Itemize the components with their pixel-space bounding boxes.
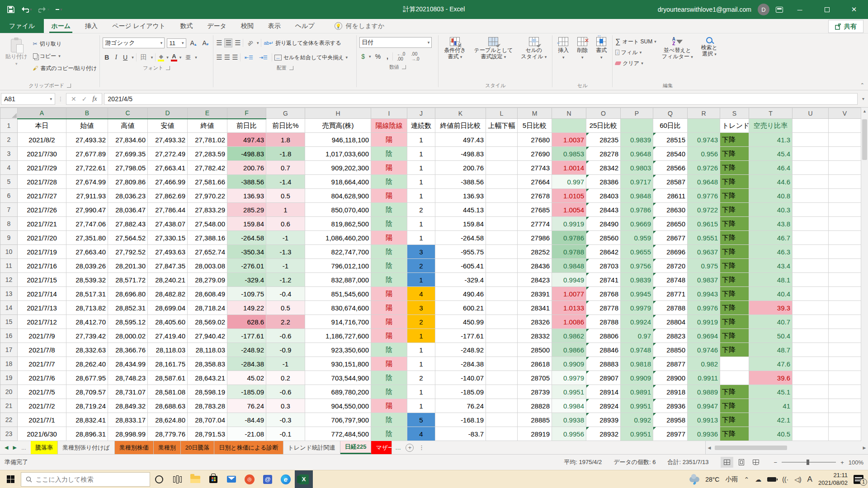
cell[interactable] [793,259,829,273]
cell[interactable]: -498.83 [227,147,266,161]
cell[interactable]: 27,272.49 [148,147,188,161]
cell[interactable]: 0.9637 [688,245,720,259]
row-header-23[interactable]: 23 [0,427,18,441]
cell[interactable]: 40.7 [749,315,793,329]
cell[interactable]: 安値 [148,119,188,133]
cell[interactable]: 28914 [586,385,621,399]
cell[interactable]: 27,493.32 [66,133,108,147]
row-header-3[interactable]: 3 [0,147,18,161]
cell[interactable]: 0.9669 [621,217,653,231]
cell[interactable] [486,217,518,231]
row-header-9[interactable]: 9 [0,231,18,245]
cell[interactable]: 200.76 [227,161,266,175]
cell[interactable]: 76.24 [435,399,486,413]
cell[interactable]: 終値前日比較 [435,119,486,133]
dialog-launcher-icon[interactable] [166,66,170,70]
cell[interactable]: 27,283.59 [188,147,227,161]
grow-font-icon[interactable]: A▴ [189,39,198,47]
decrease-decimal-icon[interactable]: .00→.0 [409,51,421,62]
cell[interactable]: 陰 [371,245,407,259]
cell[interactable]: 27,782.42 [188,161,227,175]
cell[interactable]: 0.956 [688,147,720,161]
cell[interactable]: 44.6 [749,175,793,189]
cell[interactable]: 28778 [586,301,621,315]
cut-button[interactable]: ✂切り取り [33,38,97,50]
cell[interactable]: 下降 [720,399,749,413]
orange-app-icon[interactable]: ◎ [241,470,259,488]
cell[interactable]: 下降 [720,385,749,399]
cell[interactable] [829,133,861,147]
cell[interactable]: 819,862,500 [305,217,371,231]
column-header-P[interactable]: P [621,108,653,119]
column-header-S[interactable]: S [720,108,749,119]
cell[interactable]: 28,713.82 [66,301,108,315]
cell[interactable]: 陽 [371,315,407,329]
cell[interactable]: 下降 [720,273,749,287]
cell[interactable]: 28,643.21 [188,371,227,385]
cell[interactable] [486,245,518,259]
cell[interactable]: 27,990.47 [66,203,108,217]
merge-center-button[interactable]: ↔セルを結合して中央揃え▾ [274,52,348,63]
sheet-tab-6[interactable]: トレンド統計関連 [283,441,340,454]
cell[interactable]: 下降 [720,343,749,357]
cell[interactable]: 0.5 [266,301,305,315]
cell[interactable]: -84.49 [227,413,266,427]
cell[interactable]: 2021/7/27 [18,189,66,203]
cell[interactable]: 27680 [518,133,552,147]
cell[interactable]: 1 [407,231,435,245]
row-header-19[interactable]: 19 [0,371,18,385]
cell[interactable]: 149.22 [227,301,266,315]
cell[interactable] [486,301,518,315]
cell[interactable]: -350.34 [227,245,266,259]
cell[interactable]: 陽 [371,189,407,203]
sheet-tab-8[interactable]: マザー [371,441,392,454]
cell[interactable]: 本日 [18,119,66,133]
cell[interactable]: 27,792.52 [108,245,148,259]
cell[interactable]: 39.3 [749,301,793,315]
enter-icon[interactable]: ✓ [82,95,87,103]
cell[interactable]: 832,887,000 [305,273,371,287]
cell[interactable]: 28,240.21 [148,273,188,287]
cell[interactable]: 下降 [720,189,749,203]
cell[interactable]: -1.2 [266,273,305,287]
fill-color-icon[interactable]: ◆ [158,54,164,61]
cell[interactable]: 0.959 [621,231,653,245]
cell[interactable]: 41.3 [749,133,793,147]
cell[interactable]: 27,970.22 [188,189,227,203]
cell[interactable]: 28,707.04 [188,413,227,427]
row-header-18[interactable]: 18 [0,357,18,371]
dialog-launcher-icon[interactable] [67,84,71,88]
cell[interactable]: 28,783.28 [188,399,227,413]
cell[interactable]: -185.09 [227,385,266,399]
cell[interactable]: 490.46 [435,287,486,301]
tab-home[interactable]: ホーム [44,19,78,33]
cell[interactable]: 0.9909 [552,357,586,371]
cell[interactable]: -329.4 [435,273,486,287]
cell[interactable]: 497.43 [227,133,266,147]
cell[interactable]: 27,663.41 [148,161,188,175]
cell[interactable]: 47.6 [749,357,793,371]
cell[interactable]: 28924 [586,399,621,413]
cell[interactable] [793,385,829,399]
cell[interactable]: 2021/7/2 [18,399,66,413]
column-header-A[interactable]: A [18,108,66,119]
cell[interactable]: 1 [407,217,435,231]
cell[interactable]: 28883 [586,357,621,371]
cell[interactable]: 陽 [371,161,407,175]
cell[interactable]: 28677 [653,231,688,245]
cell[interactable] [829,245,861,259]
excel-taskbar-icon[interactable]: X [295,470,313,488]
cell[interactable]: 0.2 [266,371,305,385]
cell[interactable]: 5 [407,413,435,427]
cell[interactable]: 45.4 [749,147,793,161]
align-right-icon[interactable]: ☰ [232,53,237,61]
cell[interactable]: 28720 [653,259,688,273]
cell[interactable]: 2021/7/7 [18,357,66,371]
cell[interactable]: 28,262.40 [66,357,108,371]
decrease-indent-icon[interactable]: ⇤☰ [243,54,255,61]
cell[interactable]: 28,731.07 [108,385,148,399]
cell[interactable] [486,329,518,343]
underline-button[interactable]: U [121,53,129,61]
cell[interactable]: 1 [407,273,435,287]
formula-input[interactable]: 2021/4/5 [104,93,858,105]
